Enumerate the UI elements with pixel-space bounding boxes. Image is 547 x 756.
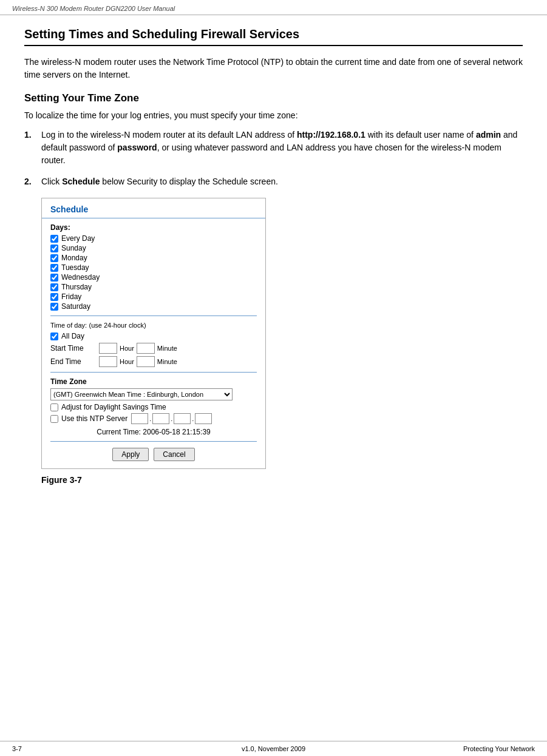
footer-center: v1.0, November 2009 xyxy=(242,745,305,752)
step-1-content: Log in to the wireless-N modem router at… xyxy=(41,129,523,167)
checkbox-sunday[interactable] xyxy=(50,245,58,252)
checkbox-ntp[interactable] xyxy=(50,415,58,423)
step-2: 2. Click Schedule below Security to disp… xyxy=(24,175,523,188)
timezone-select[interactable]: (GMT) Greenwich Mean Time : Edinburgh, L… xyxy=(50,388,233,400)
day-monday: Monday xyxy=(50,254,257,262)
checkbox-all-day[interactable] xyxy=(50,332,58,340)
day-every-day-label: Every Day xyxy=(61,234,95,243)
step-2-num: 2. xyxy=(24,175,41,188)
section-title: Setting Your Time Zone xyxy=(24,92,523,104)
end-hour-input[interactable] xyxy=(99,356,117,367)
timezone-section: Time Zone (GMT) Greenwich Mean Time : Ed… xyxy=(42,377,265,424)
day-thursday: Thursday xyxy=(50,283,257,291)
footer-right: Protecting Your Network xyxy=(463,745,535,752)
end-hour-label: Hour xyxy=(120,358,134,365)
steps-list: 1. Log in to the wireless-N modem router… xyxy=(24,129,523,188)
current-time-label: Current Time: xyxy=(97,428,141,436)
days-section: Days: Every Day Sunday Monday Tuesday xyxy=(42,223,265,311)
checkbox-saturday[interactable] xyxy=(50,303,58,311)
step-2-schedule: Schedule xyxy=(62,177,100,186)
current-time-value: 2006-05-18 21:15:39 xyxy=(143,428,210,436)
schedule-title: Schedule xyxy=(42,198,265,218)
header-text: Wireless-N 300 Modem Router DGN2200 User… xyxy=(12,5,175,12)
day-sunday: Sunday xyxy=(50,244,257,252)
divider-2 xyxy=(50,372,257,373)
day-saturday-label: Saturday xyxy=(61,302,90,311)
day-wednesday: Wednesday xyxy=(50,273,257,282)
day-friday: Friday xyxy=(50,292,257,301)
ntp-field-2[interactable] xyxy=(152,413,169,424)
end-time-fields: Hour Minute xyxy=(99,356,177,367)
day-saturday: Saturday xyxy=(50,302,257,311)
ntp-dot-2: . xyxy=(171,415,172,422)
checkbox-friday[interactable] xyxy=(50,293,58,301)
cancel-button[interactable]: Cancel xyxy=(154,448,194,461)
day-every-day: Every Day xyxy=(50,234,257,243)
day-tuesday: Tuesday xyxy=(50,263,257,272)
daylight-row: Adjust for Daylight Savings Time xyxy=(50,403,257,411)
start-time-fields: Hour Minute xyxy=(99,343,177,354)
day-friday-label: Friday xyxy=(61,292,81,301)
ntp-dot-1: . xyxy=(149,415,151,422)
divider-3 xyxy=(50,441,257,442)
day-monday-label: Monday xyxy=(61,254,87,262)
schedule-box: Schedule Days: Every Day Sunday Monday xyxy=(41,198,266,469)
start-minute-label: Minute xyxy=(157,345,177,352)
ntp-field-4[interactable] xyxy=(195,413,212,424)
ntp-field-3[interactable] xyxy=(174,413,191,424)
current-time-row: Current Time: 2006-05-18 21:15:39 xyxy=(50,428,257,436)
page-header: Wireless-N 300 Modem Router DGN2200 User… xyxy=(0,0,547,15)
checkbox-thursday[interactable] xyxy=(50,283,58,291)
start-minute-input[interactable] xyxy=(137,343,155,354)
figure-caption: Figure 3-7 xyxy=(41,475,523,485)
day-thursday-label: Thursday xyxy=(61,283,92,291)
all-day-label: All Day xyxy=(61,332,84,340)
step-1: 1. Log in to the wireless-N modem router… xyxy=(24,129,523,167)
timezone-label: Time Zone xyxy=(50,377,257,386)
days-label: Days: xyxy=(50,223,257,232)
time-of-day-text: Time of day: xyxy=(50,322,87,329)
ntp-label: Use this NTP Server xyxy=(61,414,127,423)
apply-button[interactable]: Apply xyxy=(112,448,149,461)
start-time-label: Start Time xyxy=(50,344,93,353)
checkbox-daylight[interactable] xyxy=(50,403,58,411)
step-1-admin: admin xyxy=(476,130,501,140)
end-time-label: End Time xyxy=(50,357,93,366)
time-of-day-label: Time of day: (use 24-hour clock) xyxy=(50,321,257,329)
time-of-day-hint: (use 24-hour clock) xyxy=(89,322,146,329)
end-minute-label: Minute xyxy=(157,358,177,365)
step-1-link: http://192.168.0.1 xyxy=(297,130,365,140)
checkbox-monday[interactable] xyxy=(50,254,58,262)
day-sunday-label: Sunday xyxy=(61,244,86,252)
start-hour-input[interactable] xyxy=(99,343,117,354)
main-title: Setting Times and Scheduling Firewall Se… xyxy=(24,27,523,46)
ntp-row: Use this NTP Server . . . xyxy=(50,413,257,424)
divider-1 xyxy=(50,316,257,316)
checkbox-tuesday[interactable] xyxy=(50,264,58,272)
checkbox-every-day[interactable] xyxy=(50,235,58,243)
step-2-content: Click Schedule below Security to display… xyxy=(41,175,523,188)
start-time-row: Start Time Hour Minute xyxy=(50,343,257,354)
ntp-fields: . . . xyxy=(131,413,212,424)
ntp-field-1[interactable] xyxy=(131,413,148,424)
day-tuesday-label: Tuesday xyxy=(61,263,89,272)
step-1-num: 1. xyxy=(24,129,41,167)
page-content: Setting Times and Scheduling Firewall Se… xyxy=(0,15,547,497)
footer-left: 3-7 xyxy=(12,745,22,752)
step-1-password: password xyxy=(117,143,157,152)
all-day-row: All Day xyxy=(50,332,257,340)
intro-text: The wireless-N modem router uses the Net… xyxy=(24,56,523,81)
section-intro: To localize the time for your log entrie… xyxy=(24,110,523,120)
button-row: Apply Cancel xyxy=(42,448,265,461)
end-minute-input[interactable] xyxy=(137,356,155,367)
start-hour-label: Hour xyxy=(120,345,134,352)
daylight-label: Adjust for Daylight Savings Time xyxy=(61,403,166,411)
end-time-row: End Time Hour Minute xyxy=(50,356,257,367)
checkbox-wednesday[interactable] xyxy=(50,274,58,282)
day-wednesday-label: Wednesday xyxy=(61,273,100,282)
time-section: Time of day: (use 24-hour clock) All Day… xyxy=(42,321,265,367)
schedule-figure: Schedule Days: Every Day Sunday Monday xyxy=(41,198,523,469)
ntp-dot-3: . xyxy=(192,415,194,422)
page-footer: 3-7 v1.0, November 2009 Protecting Your … xyxy=(0,741,547,756)
